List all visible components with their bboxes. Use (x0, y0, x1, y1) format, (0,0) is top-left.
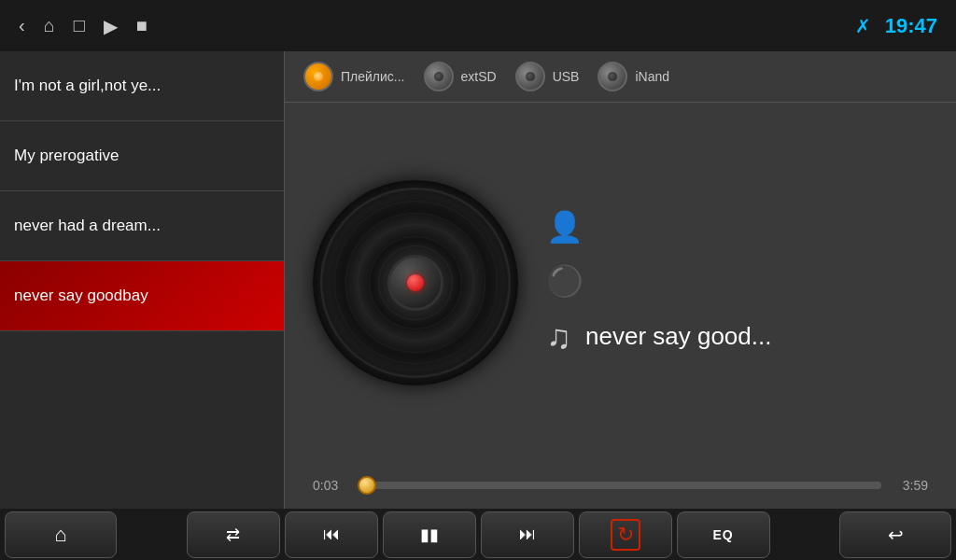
music-note-icon: ♫ (546, 317, 571, 357)
vinyl-red-dot (407, 274, 424, 291)
player-panel: Плейлис... extSD USB iNand (285, 51, 956, 509)
source-dot-inand (598, 62, 627, 91)
shield-icon[interactable]: ▶ (104, 15, 118, 37)
playlist-item[interactable]: never had a dream... (0, 191, 284, 261)
repeat-button[interactable]: ↻ (579, 511, 672, 558)
pause-icon: ▮▮ (420, 525, 439, 545)
source-dot-playlist (303, 62, 333, 91)
next-button[interactable]: ⏭ (481, 511, 574, 558)
vinyl-disc (313, 180, 518, 385)
album-icon: ⚫ (546, 263, 583, 299)
playlist-item[interactable]: I'm not a girl,not ye... (0, 51, 284, 121)
source-tab-inand[interactable]: iNand (598, 62, 669, 91)
progress-thumb[interactable] (358, 476, 376, 495)
prev-icon: ⏮ (323, 525, 340, 544)
progress-section: 0:03 3:59 (285, 462, 956, 509)
source-tab-extsd[interactable]: extSD (424, 62, 497, 91)
source-label-playlist: Плейлис... (341, 69, 405, 84)
album-row: ⚫ (546, 263, 928, 299)
track-info: 👤 ⚫ ♫ never say good... (546, 209, 928, 357)
player-main: 👤 ⚫ ♫ never say good... (285, 103, 956, 462)
home-icon: ⌂ (54, 523, 66, 547)
track-title: never say good... (585, 322, 771, 351)
bottom-bar: ⌂ ⇄ ⏮ ▮▮ ⏭ ↻ EQ ↩ (0, 509, 956, 560)
bluetooth-icon: ✗ (855, 15, 871, 37)
back-icon: ↩ (888, 524, 904, 546)
vinyl-record (313, 180, 518, 385)
pause-button[interactable]: ▮▮ (383, 511, 476, 558)
track-title-row: ♫ never say good... (546, 317, 928, 357)
top-bar: ‹ ⌂ □ ▶ ■ ✗ 19:47 (0, 0, 956, 51)
artist-icon: 👤 (546, 209, 583, 245)
playlist-item[interactable]: My prerogative (0, 121, 284, 191)
source-tab-playlist[interactable]: Плейлис... (303, 62, 405, 91)
eq-button[interactable]: EQ (677, 511, 770, 558)
window-icon[interactable]: □ (74, 15, 85, 36)
source-dot-extsd (424, 62, 454, 91)
progress-bar[interactable] (359, 482, 881, 489)
current-time: 0:03 (313, 478, 345, 493)
playlist-panel: I'm not a girl,not ye... My prerogative … (0, 51, 285, 509)
back-button[interactable]: ↩ (839, 511, 951, 558)
shuffle-button[interactable]: ⇄ (187, 511, 280, 558)
main-content: I'm not a girl,not ye... My prerogative … (0, 51, 956, 509)
source-label-inand: iNand (635, 69, 669, 84)
artist-row: 👤 (546, 209, 928, 245)
source-label-usb: USB (553, 69, 580, 84)
top-bar-left: ‹ ⌂ □ ▶ ■ (19, 15, 148, 37)
eq-label: EQ (712, 527, 733, 542)
repeat-icon: ↻ (611, 519, 640, 551)
clock-display: 19:47 (885, 14, 937, 38)
total-time: 3:59 (895, 478, 928, 493)
playback-controls: ⇄ ⏮ ▮▮ ⏭ ↻ EQ (117, 511, 839, 558)
shuffle-icon: ⇄ (226, 525, 240, 545)
back-icon[interactable]: ‹ (19, 15, 25, 36)
home-button[interactable]: ⌂ (5, 511, 117, 558)
image-icon[interactable]: ■ (136, 15, 148, 36)
next-icon: ⏭ (519, 525, 536, 544)
top-bar-right: ✗ 19:47 (855, 14, 937, 38)
source-label-extsd: extSD (461, 69, 497, 84)
source-tab-usb[interactable]: USB (515, 62, 580, 91)
source-dot-usb (515, 62, 545, 91)
prev-button[interactable]: ⏮ (285, 511, 378, 558)
vinyl-center (387, 255, 443, 311)
source-tabs: Плейлис... extSD USB iNand (285, 51, 956, 103)
playlist-item-active[interactable]: never say goodbay (0, 261, 284, 331)
home-nav-icon[interactable]: ⌂ (44, 15, 55, 36)
